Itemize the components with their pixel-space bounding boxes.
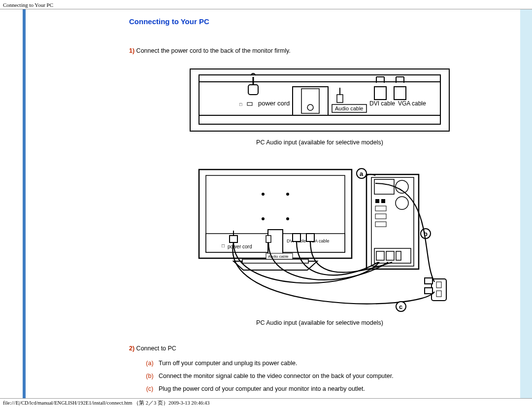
sub-a-label: (a) xyxy=(141,360,159,367)
svg-rect-12 xyxy=(337,95,343,103)
svg-rect-51 xyxy=(425,278,432,284)
step-2: 2) Connect to PC xyxy=(129,345,510,352)
svg-text:□: □ xyxy=(222,243,225,248)
svg-point-6 xyxy=(307,104,313,110)
page-header-title: Connecting to Your PC xyxy=(3,2,529,8)
d1-audio-label: Audio cable xyxy=(335,105,364,111)
sub-b-text: Connect the monitor signal cable to the … xyxy=(159,373,394,379)
caption-2: PC Audio input (available for selective … xyxy=(129,319,510,326)
d2-marker-c: c xyxy=(399,303,402,310)
svg-rect-9 xyxy=(248,85,258,95)
caption-1: PC Audio input (available for selective … xyxy=(129,139,510,146)
d2-power-cord-label: power cord xyxy=(228,244,252,249)
svg-point-18 xyxy=(262,193,265,196)
svg-point-20 xyxy=(262,217,265,220)
sub-c-label: (c) xyxy=(141,385,159,392)
svg-text:□: □ xyxy=(239,102,242,107)
svg-rect-29 xyxy=(266,236,271,242)
step-1: 1) Connect the power cord to the back of… xyxy=(129,47,510,54)
svg-point-35 xyxy=(396,180,408,193)
svg-rect-39 xyxy=(375,206,386,211)
sub-step-b: (b) Connect the monitor signal cable to … xyxy=(141,373,510,379)
sub-step-c: (c) Plug the power cord of your computer… xyxy=(141,385,510,392)
sub-step-a: (a) Turn off your computer and unplug it… xyxy=(141,360,510,367)
svg-rect-41 xyxy=(375,222,386,227)
step-2-number: 2) xyxy=(129,345,134,352)
sub-a-text: Turn off your computer and unplug its po… xyxy=(159,360,297,367)
svg-rect-45 xyxy=(396,251,401,260)
right-cyan-bar xyxy=(520,9,532,398)
d1-power-cord-label: power cord xyxy=(258,100,290,107)
sub-b-label: (b) xyxy=(141,373,159,379)
svg-rect-27 xyxy=(230,236,237,242)
svg-rect-3 xyxy=(199,115,440,124)
main-content: Connecting to Your PC 1) Connect the pow… xyxy=(26,9,520,398)
svg-point-19 xyxy=(286,193,289,196)
svg-rect-7 xyxy=(247,103,252,105)
svg-point-21 xyxy=(286,217,289,220)
svg-rect-44 xyxy=(386,251,394,260)
svg-rect-31 xyxy=(306,234,314,241)
d1-dvi-label: DVI cable xyxy=(369,100,395,107)
svg-point-36 xyxy=(396,197,408,209)
diagram-1: □ power cord Audio cable xyxy=(129,68,510,132)
svg-rect-52 xyxy=(425,288,432,294)
content-frame: Connecting to Your PC 1) Connect the pow… xyxy=(0,9,532,398)
step-2-text: Connect to PC xyxy=(134,345,176,352)
svg-rect-38 xyxy=(381,199,385,203)
footer-path: file:///E|/CD/lcd/manual/ENGLISH/192E1/i… xyxy=(0,398,532,408)
sub-c-text: Plug the power cord of your computer and… xyxy=(159,385,365,392)
svg-rect-40 xyxy=(375,214,386,219)
svg-rect-34 xyxy=(374,179,394,194)
diagram-2: □ power cord DVI cable VGA cable Audio c… xyxy=(129,165,510,312)
svg-rect-15 xyxy=(394,87,406,100)
section-title: Connecting to Your PC xyxy=(129,17,510,26)
step-1-text: Connect the power cord to the back of th… xyxy=(134,47,291,54)
svg-rect-43 xyxy=(376,251,384,260)
sub-steps: (a) Turn off your computer and unplug it… xyxy=(141,360,510,392)
svg-rect-37 xyxy=(375,199,379,203)
svg-rect-14 xyxy=(374,87,386,100)
d1-vga-label: VGA cable xyxy=(398,100,426,107)
svg-rect-50 xyxy=(436,291,441,297)
svg-rect-49 xyxy=(436,282,441,288)
svg-rect-30 xyxy=(293,234,300,241)
step-1-number: 1) xyxy=(129,47,134,54)
d2-marker-a: a xyxy=(360,170,364,177)
